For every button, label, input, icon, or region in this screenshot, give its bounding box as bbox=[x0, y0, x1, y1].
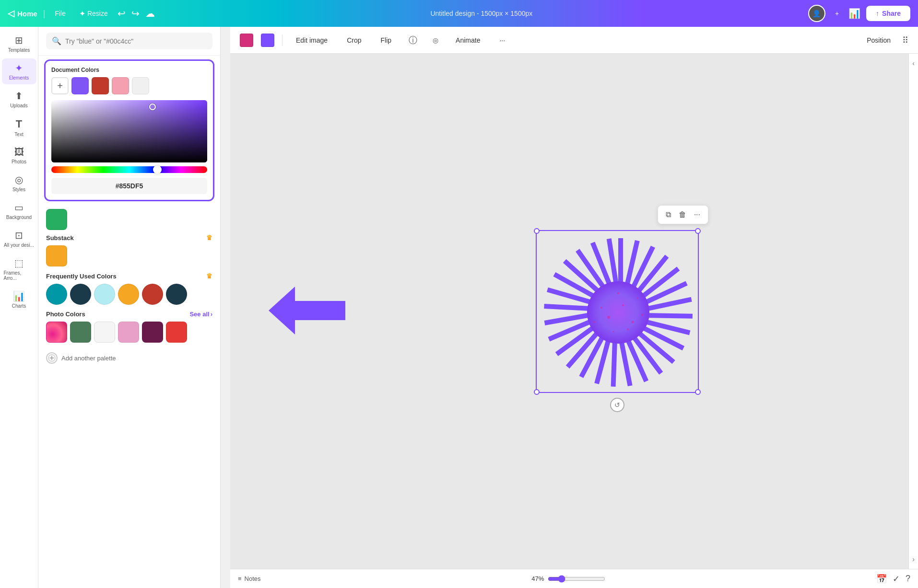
crown-icon: ♛ bbox=[206, 234, 212, 242]
photo-colors-row bbox=[46, 322, 212, 343]
sidebar-item-all-designs[interactable]: ⊡ All your desi... bbox=[2, 226, 36, 252]
photo-color-3[interactable] bbox=[94, 322, 115, 343]
sidebar-item-uploads[interactable]: ⬆ Uploads bbox=[2, 86, 36, 112]
charts-icon: 📊 bbox=[13, 290, 25, 302]
add-color-button[interactable]: + bbox=[51, 77, 69, 94]
photo-color-4[interactable] bbox=[118, 322, 139, 343]
substack-section: Substack ♛ bbox=[46, 234, 212, 242]
all-designs-icon: ⊡ bbox=[15, 230, 23, 241]
doc-colors-title: Document Colors bbox=[51, 67, 207, 73]
collapse-arrow-top[interactable]: ‹ bbox=[912, 59, 915, 67]
svg-point-35 bbox=[627, 328, 629, 330]
sidebar-item-templates[interactable]: ⊞ Templates bbox=[2, 31, 36, 57]
search-input-wrap[interactable]: 🔍 bbox=[46, 33, 212, 49]
templates-icon: ⊞ bbox=[15, 35, 23, 46]
svg-point-40 bbox=[637, 297, 638, 299]
rotate-handle[interactable]: ↺ bbox=[610, 398, 624, 412]
add-palette-icon bbox=[46, 352, 58, 364]
handle-br[interactable] bbox=[695, 389, 701, 395]
hex-input[interactable] bbox=[57, 182, 201, 190]
cloud-button[interactable]: ☁ bbox=[145, 8, 155, 19]
edit-image-button[interactable]: Edit image bbox=[290, 34, 333, 47]
design-element[interactable] bbox=[536, 230, 699, 393]
sidebar-item-photos[interactable]: 🖼 Photos bbox=[2, 143, 36, 168]
freq-color-4[interactable] bbox=[118, 284, 139, 305]
color-picker-panel: Document Colors + bbox=[44, 59, 214, 201]
freq-color-3[interactable] bbox=[94, 284, 115, 305]
green-color-swatch[interactable] bbox=[46, 209, 67, 230]
background-icon: ▭ bbox=[14, 202, 24, 213]
topbar-separator: | bbox=[43, 9, 46, 19]
share-button[interactable]: ↑ Share bbox=[866, 6, 910, 21]
more-button[interactable]: ··· bbox=[494, 34, 511, 47]
photo-color-1[interactable] bbox=[46, 322, 67, 343]
sidebar-item-frames[interactable]: ⬚ Frames, Arro... bbox=[2, 254, 36, 285]
add-collaborator-button[interactable]: + bbox=[831, 8, 843, 19]
hex-input-wrap[interactable] bbox=[51, 178, 207, 194]
sidebar-item-background[interactable]: ▭ Background bbox=[2, 198, 36, 224]
more-options-button[interactable]: ··· bbox=[691, 208, 703, 221]
freq-color-5[interactable] bbox=[142, 284, 163, 305]
add-palette-button[interactable]: Add another palette bbox=[46, 348, 212, 368]
avatar[interactable]: 👤 bbox=[808, 5, 825, 22]
color-swatch-purple[interactable] bbox=[71, 77, 89, 94]
redo-button[interactable]: ↪ bbox=[131, 8, 140, 19]
copy-button[interactable]: ⧉ bbox=[663, 208, 674, 221]
toolbar-right: Position ⠿ bbox=[859, 34, 908, 47]
hue-slider[interactable] bbox=[51, 166, 207, 173]
freq-color-2[interactable] bbox=[70, 284, 91, 305]
analytics-icon[interactable]: 📊 bbox=[848, 8, 860, 19]
panel-divider[interactable] bbox=[221, 27, 230, 588]
photo-color-5[interactable] bbox=[142, 322, 163, 343]
crop-button[interactable]: Crop bbox=[341, 34, 367, 47]
sidebar-item-charts[interactable]: 📊 Charts bbox=[2, 287, 36, 312]
sidebar-item-text[interactable]: T Text bbox=[2, 114, 36, 141]
file-button[interactable]: File bbox=[51, 8, 70, 19]
color-swatch-whitegray[interactable] bbox=[132, 77, 149, 94]
toolbar-swatch-purple[interactable] bbox=[261, 34, 274, 47]
svg-point-32 bbox=[622, 304, 624, 306]
elements-icon: ✦ bbox=[15, 62, 23, 74]
photo-color-2[interactable] bbox=[70, 322, 91, 343]
toolbar-swatch-pink[interactable] bbox=[240, 34, 253, 47]
freq-color-1[interactable] bbox=[46, 284, 67, 305]
freq-color-6[interactable] bbox=[166, 284, 187, 305]
substack-color-orange[interactable] bbox=[46, 245, 67, 266]
check-icon[interactable]: ✓ bbox=[893, 574, 900, 584]
home-button[interactable]: ◁ Home bbox=[8, 8, 37, 19]
handle-tl[interactable] bbox=[534, 228, 540, 234]
collapse-arrow-bottom[interactable]: › bbox=[912, 555, 915, 563]
undo-button[interactable]: ↩ bbox=[118, 8, 126, 19]
svg-point-30 bbox=[587, 281, 649, 344]
gradient-picker[interactable] bbox=[51, 100, 207, 162]
canvas-content: ⧉ 🗑 ··· bbox=[230, 54, 908, 569]
photo-color-6[interactable] bbox=[166, 322, 187, 343]
handle-bl[interactable] bbox=[534, 389, 540, 395]
sidebar-item-elements[interactable]: ✦ Elements bbox=[2, 58, 36, 84]
flip-button[interactable]: Flip bbox=[375, 34, 398, 47]
animate-icon[interactable]: ◎ bbox=[429, 34, 442, 47]
position-button[interactable]: Position bbox=[859, 34, 898, 47]
color-swatch-pink[interactable] bbox=[112, 77, 129, 94]
svg-point-34 bbox=[600, 307, 602, 309]
search-input[interactable] bbox=[65, 37, 207, 45]
canvas-toolbar: Edit image Crop Flip ⓘ ◎ Animate ··· Pos… bbox=[230, 27, 918, 54]
color-swatch-darkred[interactable] bbox=[92, 77, 109, 94]
calendar-icon[interactable]: 📅 bbox=[876, 574, 887, 584]
help-icon[interactable]: ? bbox=[906, 574, 910, 584]
sidebar-item-styles[interactable]: ◎ Styles bbox=[2, 170, 36, 196]
handle-tr[interactable] bbox=[695, 228, 701, 234]
see-all-button[interactable]: See all › bbox=[189, 311, 212, 318]
topbar-left: ◁ Home | File ✦ Resize ↩ ↪ ☁ bbox=[8, 7, 155, 20]
resize-button[interactable]: ✦ Resize bbox=[75, 7, 112, 20]
animate-button[interactable]: Animate bbox=[450, 34, 486, 47]
delete-button[interactable]: 🗑 bbox=[676, 208, 689, 221]
grid-icon[interactable]: ⠿ bbox=[902, 35, 908, 46]
zoom-slider[interactable] bbox=[548, 575, 605, 583]
notes-button[interactable]: ≡ Notes bbox=[238, 575, 261, 582]
search-icon: 🔍 bbox=[52, 36, 61, 46]
topbar: ◁ Home | File ✦ Resize ↩ ↪ ☁ Untitled de… bbox=[0, 0, 918, 27]
info-button[interactable]: ⓘ bbox=[405, 32, 421, 49]
left-panel: 🔍 Document Colors + bbox=[38, 27, 221, 588]
bottom-right: 📅 ✓ ? bbox=[876, 574, 910, 584]
